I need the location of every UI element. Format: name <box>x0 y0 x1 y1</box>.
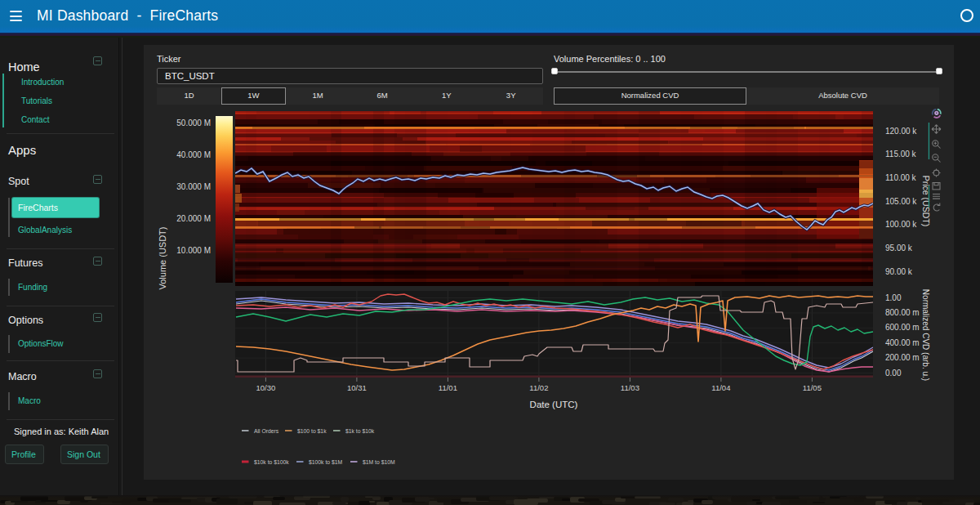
svg-text:Date (UTC): Date (UTC) <box>530 400 578 409</box>
svg-text:10/30: 10/30 <box>256 383 276 392</box>
svg-text:Volume (USDT): Volume (USDT) <box>158 226 167 289</box>
svg-text:50.000 M: 50.000 M <box>176 118 211 127</box>
svg-text:$10k to $100k: $10k to $100k <box>254 459 289 465</box>
svg-text:All Orders: All Orders <box>254 428 279 434</box>
svg-text:0.00: 0.00 <box>885 369 902 378</box>
svg-text:$100k to $1M: $100k to $1M <box>309 459 343 465</box>
svg-text:Price (USDT): Price (USDT) <box>921 176 931 226</box>
svg-text:10.000 M: 10.000 M <box>176 246 211 255</box>
svg-text:90.00 k: 90.00 k <box>885 267 913 276</box>
svg-text:$1M to $10M: $1M to $10M <box>363 459 395 465</box>
svg-text:11/01: 11/01 <box>439 383 457 392</box>
svg-text:11/04: 11/04 <box>711 383 730 392</box>
svg-text:400.00 m: 400.00 m <box>885 338 920 347</box>
svg-text:11/05: 11/05 <box>803 383 822 392</box>
svg-text:11/02: 11/02 <box>529 383 548 392</box>
svg-text:120.00 k: 120.00 k <box>885 127 917 136</box>
svg-text:100.00 k: 100.00 k <box>885 220 917 229</box>
svg-text:200.00 m: 200.00 m <box>885 353 920 362</box>
svg-text:30.000 M: 30.000 M <box>176 182 211 191</box>
svg-text:20.000 M: 20.000 M <box>176 214 211 223</box>
svg-text:800.00 m: 800.00 m <box>885 308 920 317</box>
svg-text:$1k to $10k: $1k to $10k <box>345 428 375 434</box>
svg-text:105.00 k: 105.00 k <box>885 197 917 206</box>
svg-text:115.00 k: 115.00 k <box>885 150 917 159</box>
svg-text:95.00 k: 95.00 k <box>885 244 913 252</box>
svg-text:10/31: 10/31 <box>347 383 367 392</box>
svg-text:11/03: 11/03 <box>621 383 639 392</box>
svg-text:40.000 M: 40.000 M <box>176 150 211 159</box>
svg-text:1.00: 1.00 <box>885 293 902 302</box>
svg-text:$100 to $1k: $100 to $1k <box>297 428 327 434</box>
svg-text:110.00 k: 110.00 k <box>885 173 917 182</box>
svg-text:600.00 m: 600.00 m <box>885 323 920 332</box>
svg-text:Normalized CVD (arb. u.): Normalized CVD (arb. u.) <box>921 289 930 381</box>
